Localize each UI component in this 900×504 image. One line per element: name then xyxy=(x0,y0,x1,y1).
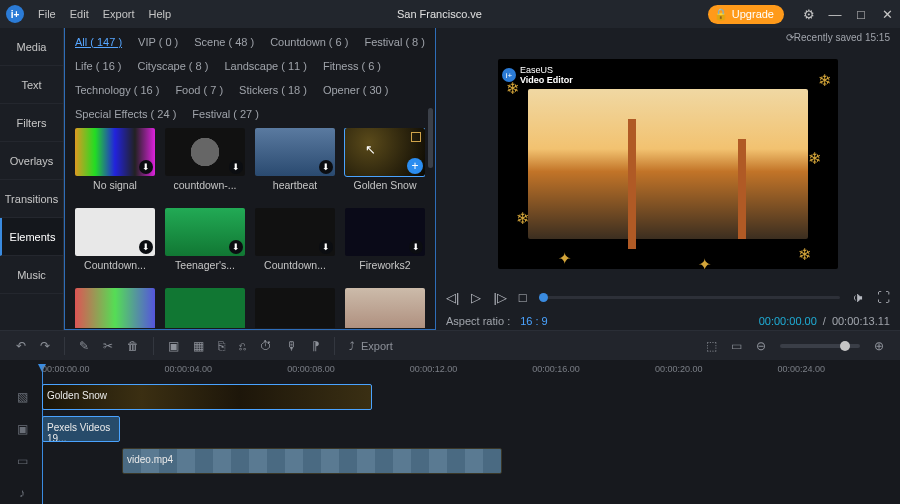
ruler-tick: 00:00:24.00 xyxy=(777,364,900,380)
next-frame-icon[interactable]: |▷ xyxy=(493,290,506,305)
upgrade-button[interactable]: 🔒 Upgrade xyxy=(708,5,784,24)
category-item[interactable]: Stickers ( 18 ) xyxy=(239,84,307,96)
tab-overlays[interactable]: Overlays xyxy=(0,142,63,180)
thumbnail-item[interactable]: +↖ xyxy=(345,128,425,176)
speed-icon[interactable]: ⏱ xyxy=(260,339,272,353)
category-item[interactable]: Special Effects ( 24 ) xyxy=(75,108,176,120)
volume-icon[interactable]: 🕩 xyxy=(852,290,865,305)
time-ruler[interactable]: 00:00:00.0000:00:04.0000:00:08.0000:00:1… xyxy=(42,364,900,380)
category-item[interactable]: Technology ( 16 ) xyxy=(75,84,159,96)
crop-icon[interactable]: ▣ xyxy=(168,339,179,353)
freeze-icon[interactable]: ⎌ xyxy=(239,339,246,353)
thumbnail-item[interactable]: ⬇ xyxy=(255,208,335,256)
prev-frame-icon[interactable]: ◁| xyxy=(446,290,459,305)
download-icon[interactable]: ⬇ xyxy=(229,240,243,254)
thumbnail-item[interactable]: ⬇ xyxy=(75,128,155,176)
track-video[interactable]: ▭ video.mp4 xyxy=(42,446,900,476)
marker-icon[interactable]: ⬚ xyxy=(706,339,717,353)
thumbnail-grid: ⬇No signal⬇countdown-...⬇heartbeat+↖Gold… xyxy=(75,128,425,328)
menu-edit[interactable]: Edit xyxy=(70,8,89,20)
clip-video[interactable]: video.mp4 xyxy=(122,448,502,474)
clip-golden-snow[interactable]: Golden Snow xyxy=(42,384,372,410)
maximize-button[interactable]: □ xyxy=(854,7,868,22)
fit-icon[interactable]: ▭ xyxy=(731,339,742,353)
aspect-value[interactable]: 16 : 9 xyxy=(520,315,548,327)
settings-icon[interactable]: ⚙ xyxy=(802,7,816,22)
thumbnail-item[interactable] xyxy=(165,288,245,328)
thumbnail-item[interactable]: ⬇ xyxy=(345,208,425,256)
thumbnail-item[interactable]: ⬇ xyxy=(75,208,155,256)
category-item[interactable]: Festival ( 8 ) xyxy=(364,36,425,48)
thumbnail-label: Countdown... xyxy=(84,259,146,271)
titlebar: i+ File Edit Export Help San Francisco.v… xyxy=(0,0,900,28)
tab-media[interactable]: Media xyxy=(0,28,63,66)
track-audio[interactable]: ♪ xyxy=(42,478,900,504)
thumbnail-label: Golden Snow xyxy=(353,179,416,191)
split-icon[interactable]: ⎘ xyxy=(218,339,225,353)
category-item[interactable]: Landscape ( 11 ) xyxy=(224,60,307,72)
download-icon[interactable]: ⬇ xyxy=(229,160,243,174)
fullscreen-icon[interactable]: ⛶ xyxy=(877,290,890,305)
cut-icon[interactable]: ✂ xyxy=(103,339,113,353)
stop-icon[interactable]: □ xyxy=(519,290,527,305)
library-scrollbar[interactable] xyxy=(428,108,433,323)
zoom-in-icon[interactable]: ⊕ xyxy=(874,339,884,353)
text-to-speech-icon[interactable]: ⁋ xyxy=(312,339,320,353)
category-item[interactable]: Countdown ( 6 ) xyxy=(270,36,348,48)
tab-music[interactable]: Music xyxy=(0,256,63,294)
side-tabs: Media Text Filters Overlays Transitions … xyxy=(0,28,64,330)
close-button[interactable]: ✕ xyxy=(880,7,894,22)
thumbnail-item[interactable]: ⬇ xyxy=(255,128,335,176)
current-time: 00:00:00.00 xyxy=(759,315,817,327)
thumbnail-label: heartbeat xyxy=(273,179,317,191)
ruler-tick: 00:00:16.00 xyxy=(532,364,655,380)
undo-icon[interactable]: ↶ xyxy=(16,339,26,353)
minimize-button[interactable]: — xyxy=(828,7,842,22)
mosaic-icon[interactable]: ▦ xyxy=(193,339,204,353)
category-item[interactable]: Opener ( 30 ) xyxy=(323,84,388,96)
menu-export[interactable]: Export xyxy=(103,8,135,20)
edit-icon[interactable]: ✎ xyxy=(79,339,89,353)
tab-text[interactable]: Text xyxy=(0,66,63,104)
menu-help[interactable]: Help xyxy=(149,8,172,20)
menu-bar: File Edit Export Help xyxy=(38,8,171,20)
clip-pexels[interactable]: Pexels Videos 19... xyxy=(42,416,120,442)
delete-icon[interactable]: 🗑 xyxy=(127,339,139,353)
zoom-out-icon[interactable]: ⊖ xyxy=(756,339,766,353)
category-item[interactable]: Scene ( 48 ) xyxy=(194,36,254,48)
thumbnail-item[interactable] xyxy=(75,288,155,328)
preview-viewport[interactable]: i+ EaseUS Video Editor ❄ ❄ ❄ ❄ ✦ ✦ ❄ xyxy=(498,59,838,269)
category-item[interactable]: Festival ( 27 ) xyxy=(192,108,259,120)
category-item[interactable]: Life ( 16 ) xyxy=(75,60,121,72)
category-item[interactable]: Fitness ( 6 ) xyxy=(323,60,381,72)
zoom-slider[interactable] xyxy=(780,344,860,348)
thumbnail-item[interactable] xyxy=(255,288,335,328)
menu-file[interactable]: File xyxy=(38,8,56,20)
voiceover-icon[interactable]: 🎙 xyxy=(286,339,298,353)
track-overlay[interactable]: ▧ Golden Snow xyxy=(42,382,900,412)
download-icon[interactable]: ⬇ xyxy=(139,240,153,254)
tab-elements[interactable]: Elements xyxy=(0,218,63,256)
thumbnail-item[interactable] xyxy=(345,288,425,328)
download-icon[interactable]: ⬇ xyxy=(319,160,333,174)
download-icon[interactable]: ⬇ xyxy=(409,240,423,254)
download-icon[interactable]: ⬇ xyxy=(139,160,153,174)
tab-transitions[interactable]: Transitions xyxy=(0,180,63,218)
category-item[interactable]: Cityscape ( 8 ) xyxy=(137,60,208,72)
thumbnail-item[interactable]: ⬇ xyxy=(165,208,245,256)
tab-filters[interactable]: Filters xyxy=(0,104,63,142)
category-item[interactable]: Food ( 7 ) xyxy=(175,84,223,96)
redo-icon[interactable]: ↷ xyxy=(40,339,50,353)
export-button[interactable]: ⤴ Export xyxy=(349,340,393,352)
thumbnail-item[interactable]: ⬇ xyxy=(165,128,245,176)
total-time: 00:00:13.11 xyxy=(832,315,890,327)
track-pip[interactable]: ▣ Pexels Videos 19... xyxy=(42,414,900,444)
download-icon[interactable]: ⬇ xyxy=(319,240,333,254)
audio-track-icon: ♪ xyxy=(10,486,34,500)
timeline[interactable]: 00:00:00.0000:00:04.0000:00:08.0000:00:1… xyxy=(0,360,900,504)
progress-slider[interactable] xyxy=(539,296,840,299)
add-icon[interactable]: + xyxy=(407,158,423,174)
category-item[interactable]: All ( 147 ) xyxy=(75,36,122,48)
play-icon[interactable]: ▷ xyxy=(471,290,481,305)
category-item[interactable]: VIP ( 0 ) xyxy=(138,36,178,48)
